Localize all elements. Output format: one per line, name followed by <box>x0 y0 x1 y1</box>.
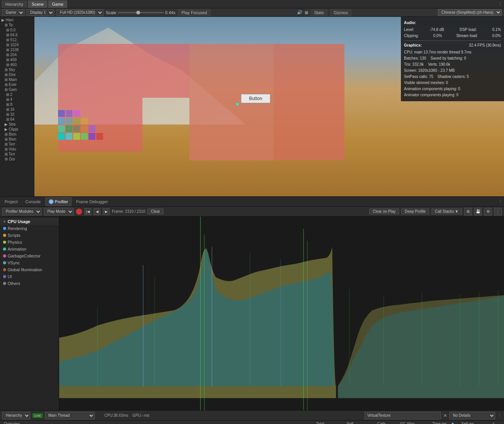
module-others[interactable]: Others <box>0 280 59 287</box>
col-gc-alloc[interactable]: GC Alloc <box>399 421 429 424</box>
hier-item[interactable]: ⊞ 1538 <box>0 47 34 52</box>
deep-profile-btn[interactable]: Deep Profile <box>401 209 429 214</box>
prev-frame-start-btn[interactable]: |◀ <box>84 208 91 215</box>
next-frame-btn[interactable]: ▶ <box>103 208 110 215</box>
hier-item[interactable]: ⊞ 32 <box>0 112 34 117</box>
hier-item[interactable]: ⊞ Bien <box>0 137 34 142</box>
tab-project[interactable]: Project <box>2 197 21 206</box>
stream-value: 0.0% <box>492 33 501 39</box>
language-select[interactable]: Chinese (Simplified) (zh-Hans) <box>438 9 502 16</box>
play-focused-btn[interactable]: Play Focused <box>178 9 211 16</box>
svg-rect-1 <box>66 110 73 117</box>
hier-item[interactable]: ⊞ Terr <box>0 142 34 147</box>
tab-profiler[interactable]: Profiler <box>45 197 72 206</box>
profiler-chart[interactable] <box>59 217 504 410</box>
col-warn: ⚠ <box>490 421 502 424</box>
play-mode-select[interactable]: Play Mode <box>44 208 74 215</box>
mute-icon[interactable]: 🔊 <box>297 10 302 15</box>
col-calls[interactable]: Calls <box>376 421 399 424</box>
toolbar-icon1[interactable]: ⊞ <box>464 208 472 215</box>
stats-btn[interactable]: Stats <box>310 9 328 16</box>
viewport-button[interactable]: Button <box>241 94 270 103</box>
thread-select[interactable]: Main Thread <box>45 412 95 419</box>
record-button[interactable] <box>76 209 82 215</box>
col-time-ms[interactable]: Time ms ▼ <box>429 421 460 424</box>
collapse-icon[interactable]: ▼ <box>3 220 6 223</box>
hier-item[interactable]: ⊞ Gam <box>0 87 34 92</box>
hier-item[interactable]: ⊞ Dire <box>0 72 34 77</box>
module-gc[interactable]: GarbageCollector <box>0 252 59 259</box>
module-rendering[interactable]: Rendering <box>0 225 59 232</box>
hierarchy-dropdown[interactable]: Hierarchy <box>2 412 30 419</box>
hier-item[interactable]: ⊞ 0,0 <box>0 28 34 32</box>
hier-item[interactable]: ⊞ Terr <box>0 152 34 157</box>
toolbar-icon3[interactable]: ⚙ <box>484 208 492 215</box>
sort-icon: ▼ <box>449 421 456 424</box>
profiler-more-icon[interactable]: ⋮ <box>498 199 502 204</box>
display-select[interactable]: Display 1 <box>27 9 54 16</box>
col-total[interactable]: Total <box>315 421 345 424</box>
modules-select[interactable]: Profiler Modules <box>2 208 42 215</box>
details-select[interactable]: No Details <box>449 412 495 419</box>
col-self[interactable]: Self <box>345 421 376 424</box>
hier-item[interactable]: ⊞ Sky <box>0 67 34 72</box>
more-icon[interactable]: ⋮ <box>498 2 502 6</box>
hier-item[interactable]: ⊞ Ever <box>0 82 34 87</box>
module-gi[interactable]: Global Illumination <box>0 266 59 273</box>
stats-icon[interactable]: ▦ <box>305 10 308 15</box>
scale-label: Scale <box>106 10 116 15</box>
col-self-ms[interactable]: Self ms <box>460 421 490 424</box>
hier-item[interactable]: ⊞ 204. <box>0 52 34 57</box>
resolution-select[interactable]: Full HD (1920x1080) <box>57 9 103 16</box>
details-more-icon[interactable]: ⋮ <box>498 413 502 418</box>
hier-item[interactable]: ⊞ 512, <box>0 37 34 42</box>
module-animation[interactable]: Animation <box>0 246 59 252</box>
close-search-btn[interactable]: ✕ <box>443 413 447 418</box>
svg-rect-5 <box>73 118 80 125</box>
tab-frame-debugger[interactable]: Frame Debugger <box>73 197 111 206</box>
hier-item[interactable]: ⊞ 2 <box>0 92 34 97</box>
module-physics[interactable]: Physics <box>0 239 59 246</box>
gizmos-btn[interactable]: Gizmos <box>330 9 352 16</box>
prev-frame-btn[interactable]: ◀ <box>94 208 100 215</box>
animator-playing-row: Animator components playing: 0 <box>404 92 501 98</box>
audio-level-row: Level: -74.8 dB DSP load: 0.1% <box>404 27 501 33</box>
col-overview[interactable]: Overview <box>2 421 315 424</box>
hier-item[interactable]: ⊞ Volu <box>0 147 34 152</box>
hier-item[interactable]: ⊞ Te: <box>0 23 34 28</box>
toolbar-more-btn[interactable]: ⋮ <box>494 208 502 215</box>
call-stacks-btn[interactable]: Call Stacks ▼ <box>431 209 462 214</box>
hier-item[interactable]: ⊞ 16 <box>0 107 34 112</box>
hierarchy-tab[interactable]: Hierarchy <box>2 0 27 8</box>
hier-item[interactable]: ▶ Stre <box>0 122 34 127</box>
game-select[interactable]: Game <box>2 9 24 16</box>
svg-rect-8 <box>66 125 73 132</box>
gpu-value: GPU:--ms <box>132 413 149 418</box>
hier-item[interactable]: ⊞ 409 <box>0 57 34 62</box>
scene-tab[interactable]: Scene <box>28 0 47 8</box>
hier-item[interactable]: ⊞ 1024 <box>0 42 34 47</box>
module-ui[interactable]: UI <box>0 273 59 280</box>
hier-item[interactable]: ⊞ Main <box>0 77 34 82</box>
game-tab[interactable]: Game <box>48 0 67 8</box>
modules-list: ▼ CPU Usage Rendering Scripts Physics An… <box>0 217 59 410</box>
search-input[interactable] <box>365 412 441 419</box>
hier-item[interactable]: ⊞ 64,6 <box>0 32 34 37</box>
module-vsync[interactable]: VSync <box>0 259 59 266</box>
hier-item[interactable]: ⊞ Bien <box>0 132 34 137</box>
audio-clip-row: Clipping: 0.0% Stream load: 0.0% <box>404 33 501 39</box>
module-scripts[interactable]: Scripts <box>0 232 59 239</box>
hier-item[interactable]: ⊞ 4 <box>0 97 34 102</box>
hier-item[interactable]: ⊞ 460. <box>0 62 34 67</box>
hier-item[interactable]: ⚙ Dor <box>0 157 34 162</box>
hier-item[interactable]: ▶ Clippi <box>0 127 34 132</box>
pink-rect-small <box>142 44 189 98</box>
scale-slider[interactable] <box>118 12 164 13</box>
clear-on-play-btn[interactable]: Clear on Play <box>369 209 399 214</box>
hier-item[interactable]: ⊞ 8 <box>0 102 34 107</box>
toolbar-icon2[interactable]: 💾 <box>474 208 482 215</box>
clear-button[interactable]: Clear <box>147 209 163 214</box>
hier-item[interactable]: ▶ Hieri <box>0 18 34 23</box>
tab-console[interactable]: Console <box>22 197 44 206</box>
hier-item[interactable]: ⊞ 64 <box>0 117 34 122</box>
